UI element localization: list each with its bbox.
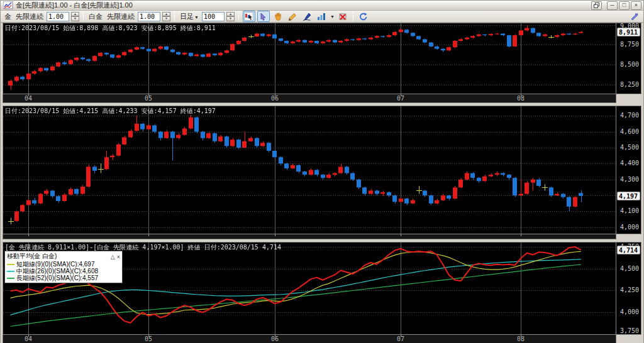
gold-panel: 日付:2023/08/15 始値:8,898 高値:8,923 安値:8,895… — [3, 23, 641, 94]
settings-wrench-icon[interactable] — [628, 11, 641, 22]
spread-last-price-tag: 4,714 — [617, 246, 640, 254]
gold-plot: 日付:2023/08/15 始値:8,898 高値:8,923 安値:8,895… — [3, 23, 616, 94]
gold-last-price-tag: 8,911 — [617, 28, 640, 36]
minimize-button[interactable]: ─ — [607, 1, 618, 10]
legend-row-long-ma: 長期線(52)(0)(SMA)(C):4,557 — [7, 275, 120, 281]
symbol2-series-label: 先限連続 — [106, 12, 136, 21]
time-axis-tick — [521, 234, 521, 236]
time-axis-label: 05 — [145, 95, 152, 102]
chart-stack: 日付:2023/08/15 始値:8,898 高値:8,923 安値:8,895… — [1, 23, 643, 343]
platinum-chart-canvas[interactable] — [3, 106, 616, 234]
indicator-bars-button[interactable] — [315, 11, 328, 22]
axis-price-label: 8,250 — [620, 82, 639, 88]
pointer-tool-button[interactable] — [257, 11, 270, 22]
axis-price-label: 4,000 — [620, 309, 639, 315]
time-axis-tick — [401, 234, 401, 236]
symbol2-ratio-stepper[interactable]: ▲▼ — [162, 12, 170, 21]
spread-price-axis[interactable]: 4,714 4,7504,5004,2504,0003,750 — [616, 242, 641, 335]
toolbar-separator — [83, 11, 84, 21]
symbol2-ratio-input[interactable] — [138, 12, 160, 21]
spread-time-axis[interactable]: 0405060708 — [3, 335, 616, 343]
axis-price-label: 4,700 — [620, 112, 639, 119]
legend-title: 移動平均(金 白金) — [7, 252, 57, 261]
gold-price-axis[interactable]: 8,911 9,0008,7508,5008,250 — [616, 23, 641, 94]
float-window-button[interactable] — [591, 1, 602, 10]
maximize-button[interactable]: □ — [619, 1, 630, 10]
gold-time-axis[interactable]: 0405060708 — [3, 94, 616, 103]
symbol2-label: 白金 — [87, 12, 104, 21]
symbol1-series-label: 先限連続 — [14, 12, 45, 21]
time-axis-label: 08 — [517, 335, 525, 342]
symbol1-label: 金 — [3, 12, 13, 21]
platinum-panel: 日付:2023/08/15 始値:4,215 高値:4,233 安値:4,157… — [3, 106, 641, 234]
symbol1-ratio-input[interactable] — [47, 12, 69, 21]
time-axis-label: 07 — [397, 335, 404, 342]
time-axis-tick — [275, 234, 275, 236]
time-axis-label: 04 — [25, 335, 32, 342]
toolbar-separator — [174, 11, 175, 21]
gold-chart-canvas[interactable] — [3, 23, 616, 94]
legend-row-mid-ma: 中期線(26)(0)(SMA)(C):4,608 — [7, 268, 120, 275]
legend-row-short-ma: 短期線(9)(0)(SMA)(C):4,697 — [7, 261, 120, 268]
pencil-tool-button[interactable] — [286, 11, 299, 22]
time-axis-label: 04 — [25, 95, 32, 102]
period-dropdown[interactable]: 日足▼ — [179, 12, 200, 21]
indicator-dropdown-caret[interactable]: ▼ — [330, 14, 335, 19]
delete-indicator-button[interactable] — [336, 11, 349, 22]
mid-ma-swatch — [7, 271, 14, 272]
axis-price-label: 4,500 — [620, 144, 639, 151]
platinum-price-axis[interactable]: 4,197 4,7004,6004,5004,4004,3004,1004,00… — [616, 106, 641, 234]
app-window: 金[先限連続]1.00 - 白金[先限連続]1.00 ─ □ × 金 先限連続 … — [0, 0, 644, 343]
axis-price-label: 4,100 — [620, 208, 639, 214]
time-axis-label: 07 — [397, 95, 404, 102]
window-title: 金[先限連続]1.00 - 白金[先限連続]1.00 — [16, 1, 591, 10]
long-ma-swatch — [7, 278, 14, 279]
toolbar-separator — [353, 11, 353, 21]
time-axis-label: 08 — [517, 95, 525, 102]
legend-close-icon[interactable]: × — [117, 254, 120, 260]
axis-price-label: 4,600 — [620, 129, 639, 135]
platinum-info-line: 日付:2023/08/15 始値:4,215 高値:4,233 安値:4,157… — [5, 107, 216, 116]
axis-price-label: 4,250 — [620, 287, 639, 293]
spread-panel: [金 先限連続 8,911×1.00]-[白金 先限連続 4,197×1.00]… — [3, 242, 641, 335]
axis-price-label: 8,500 — [620, 62, 639, 68]
axis-price-label: 4,400 — [620, 160, 639, 166]
bars-count-input[interactable] — [202, 12, 225, 21]
spread-plot: [金 先限連続 8,911×1.00]-[白金 先限連続 4,197×1.00]… — [3, 242, 616, 335]
symbol1-ratio-stepper[interactable]: ▲▼ — [71, 12, 79, 21]
toolbar-separator — [238, 11, 239, 21]
axis-price-label: 4,000 — [620, 224, 639, 231]
platinum-last-price-tag: 4,197 — [617, 192, 640, 200]
axis-price-label: 3,750 — [620, 328, 639, 334]
chart-app-icon — [3, 1, 13, 9]
chevron-down-icon: ▼ — [194, 15, 199, 19]
freehand-pen-tool-button[interactable] — [301, 11, 313, 22]
hand-tool-button[interactable] — [272, 11, 284, 22]
time-axis-label: 06 — [271, 95, 279, 102]
moving-average-legend: 移動平均(金 白金) △× 短期線(9)(0)(SMA)(C):4,697 中期… — [4, 251, 123, 283]
close-button[interactable]: × — [631, 1, 641, 10]
axis-price-label: 4,300 — [620, 177, 639, 183]
short-ma-swatch — [7, 264, 14, 265]
bars-count-stepper[interactable]: ▲▼ — [226, 12, 235, 21]
refresh-button[interactable] — [357, 11, 370, 22]
toolbar: 金 先限連続 ▲▼ 白金 先限連続 ▲▼ 日足▼ ▲▼ ▼ — [1, 11, 643, 23]
title-bar: 金[先限連続]1.00 - 白金[先限連続]1.00 ─ □ × — [1, 1, 643, 11]
platinum-plot: 日付:2023/08/15 始値:4,215 高値:4,233 安値:4,157… — [3, 106, 616, 234]
axis-price-label: 8,750 — [620, 41, 639, 48]
legend-collapse-icon[interactable]: △ — [111, 254, 115, 260]
time-axis-tick — [28, 234, 29, 236]
time-axis-label: 05 — [145, 335, 152, 342]
candle-cursor-tool-button[interactable] — [243, 11, 255, 22]
time-axis-tick — [148, 234, 149, 236]
time-axis-label: 06 — [271, 335, 279, 342]
gold-info-line: 日付:2023/08/15 始値:8,898 高値:8,923 安値:8,895… — [5, 24, 216, 33]
platinum-time-axis[interactable] — [3, 234, 616, 239]
axis-price-label: 4,500 — [620, 266, 639, 272]
